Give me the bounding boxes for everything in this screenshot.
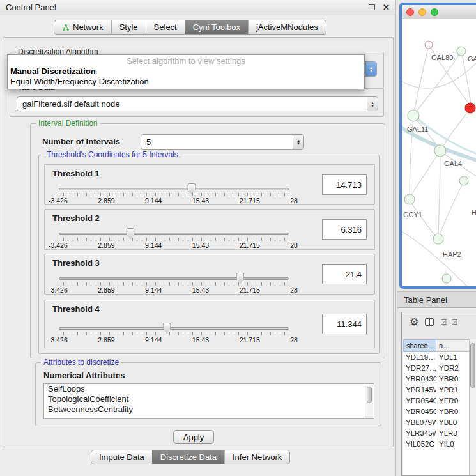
cell: YDR27…: [403, 363, 436, 374]
cell: YLR3: [436, 428, 470, 439]
table-row[interactable]: YDL19…YDL1: [403, 352, 470, 363]
network-node[interactable]: [404, 194, 415, 204]
cell: YIL0: [436, 439, 470, 450]
top-tab-bar: Network Style Select Cyni Toolbox jActiv…: [54, 20, 326, 35]
threshold-slider[interactable]: [59, 233, 289, 235]
list-scrollbar[interactable]: [365, 385, 373, 418]
threshold-slider[interactable]: [59, 327, 289, 330]
node-label: GAL80: [431, 54, 453, 61]
scale-label: 9.144: [145, 197, 162, 204]
table-row[interactable]: YBR045CYBR0: [403, 406, 470, 417]
combo-stepper-icon[interactable]: ▴▾: [365, 62, 376, 76]
scrollbar-thumb[interactable]: [470, 343, 475, 388]
close-icon[interactable]: ✕: [383, 3, 390, 12]
list-item[interactable]: BetweennessCentrality: [44, 404, 374, 415]
table-row[interactable]: YBL079WYBL0: [403, 417, 470, 428]
threshold-value-field[interactable]: 11.344: [322, 314, 367, 334]
network-node[interactable]: [459, 176, 468, 185]
combo-stepper-icon[interactable]: ▴▾: [293, 135, 303, 149]
scale-label: 9.144: [145, 286, 162, 294]
attributes-group: Attributes to discretize Numerical Attri…: [35, 362, 381, 426]
zoom-traffic-light-icon[interactable]: [431, 8, 438, 16]
threshold-slider[interactable]: [59, 188, 289, 190]
node-label: GAL11: [407, 125, 428, 133]
tab-select[interactable]: Select: [146, 20, 185, 34]
tab-network[interactable]: Network: [54, 20, 111, 34]
scale-label: 2.859: [98, 336, 114, 344]
cell: YBR045C: [403, 406, 436, 417]
list-item[interactable]: SelfLoops: [44, 384, 374, 394]
node-label: GCY1: [403, 211, 422, 219]
network-node[interactable]: [433, 234, 443, 244]
scale-label: 9.144: [145, 242, 162, 249]
network-canvas[interactable]: GAL80 GA GAL11 GAL4 GCY1 HAP2 H: [402, 19, 476, 286]
column-header-name[interactable]: n…: [436, 339, 470, 352]
cell: YER0: [436, 395, 470, 406]
threshold-value-field[interactable]: 21.4: [322, 264, 367, 284]
scale-label: 21.715: [240, 197, 260, 204]
tab-cyni-toolbox[interactable]: Cyni Toolbox: [185, 20, 248, 34]
node-label-partial: H: [472, 208, 476, 216]
dropdown-option-manual[interactable]: Manual Discretization: [8, 66, 364, 77]
thresholds-group-title: Threshold's Coordinates for 5 Intervals: [44, 150, 181, 159]
numerical-attributes-label: Numerical Attributes: [43, 371, 125, 380]
attributes-group-title: Attributes to discretize: [41, 358, 121, 367]
table-row[interactable]: YLR345WYLR3: [403, 428, 470, 439]
table-toolbar: ⚙ ☑ ☑: [402, 312, 476, 332]
table-panel-titlebar: Table Panel: [397, 291, 476, 308]
table-data-combobox[interactable]: galFiltered.sif default node ▴▾: [17, 96, 378, 111]
tab-label: Discretize Data: [160, 452, 217, 462]
scrollbar-thumb[interactable]: [367, 387, 372, 403]
apply-button[interactable]: Apply: [173, 430, 214, 444]
window-title: Control Panel: [6, 3, 369, 12]
tab-style[interactable]: Style: [111, 20, 146, 34]
tab-impute-data[interactable]: Impute Data: [91, 450, 152, 464]
interval-definition-group: Interval Definition Number of Intervals …: [30, 123, 385, 358]
tab-infer-network[interactable]: Infer Network: [224, 450, 289, 464]
column-header-shared-name[interactable]: shared…: [403, 339, 436, 352]
network-node[interactable]: [442, 274, 451, 283]
scale-label: 15.43: [192, 242, 209, 249]
number-of-intervals-label: Number of Intervals: [42, 137, 120, 146]
tab-jactivemnodules[interactable]: jActiveMNodules: [248, 20, 326, 34]
table-panel-title: Table Panel: [404, 295, 447, 305]
network-icon: [62, 24, 70, 31]
combo-stepper-icon[interactable]: ▴▾: [367, 97, 378, 111]
table-row[interactable]: YIL052CYIL0: [403, 439, 470, 450]
network-node[interactable]: [425, 41, 433, 49]
attributes-list: SelfLoops TopologicalCoefficient Between…: [43, 383, 374, 419]
table-row[interactable]: YER054CYER0: [403, 395, 470, 406]
close-traffic-light-icon[interactable]: [406, 8, 414, 16]
gear-icon[interactable]: ⚙: [410, 317, 418, 327]
cell: YPR145W: [403, 385, 436, 395]
list-item[interactable]: TopologicalCoefficient: [44, 394, 374, 404]
network-node[interactable]: [408, 110, 419, 121]
table-row[interactable]: YDR27…YDR2: [403, 363, 470, 374]
tab-discretize-data[interactable]: Discretize Data: [152, 450, 224, 464]
tab-label: jActiveMNodules: [256, 22, 318, 32]
minimize-traffic-light-icon[interactable]: [418, 8, 426, 16]
threshold-slider[interactable]: [59, 277, 289, 280]
node-label-partial: GA: [468, 55, 476, 63]
float-window-icon[interactable]: [369, 4, 375, 10]
threshold-value-field[interactable]: 14.713: [322, 174, 367, 195]
scale-label: 15.43: [192, 286, 209, 294]
select-rows-icons[interactable]: ☑ ☑: [440, 318, 459, 326]
dropdown-option-equal-width[interactable]: Equal Width/Frequency Discretization: [8, 77, 364, 87]
slider-ticks: [59, 332, 289, 335]
network-node[interactable]: [434, 145, 446, 157]
threshold-value-field[interactable]: 6.316: [322, 219, 367, 240]
threshold-label: Threshold 3: [52, 258, 100, 268]
control-panel-window: Control Panel ✕ Network Style Select Cyn…: [0, 0, 396, 476]
threshold-panel-3: Threshold 3 -3.4262.8599.14415.4321.7152…: [44, 254, 375, 295]
threshold-panel-1: Threshold 1 -3.4262.8599.14415.4321.7152…: [44, 164, 375, 205]
columns-icon[interactable]: [425, 318, 434, 326]
table-row[interactable]: YPR145WYPR1: [403, 385, 470, 395]
number-of-intervals-combobox[interactable]: 5 ▴▾: [141, 134, 304, 150]
network-node[interactable]: [457, 47, 466, 56]
table-row[interactable]: YBR043CYBR0: [403, 374, 470, 385]
table-scrollbar[interactable]: [469, 339, 476, 475]
tab-label: Select: [154, 22, 177, 32]
scale-label: 2.859: [98, 286, 114, 294]
network-node-selected[interactable]: [465, 103, 475, 113]
